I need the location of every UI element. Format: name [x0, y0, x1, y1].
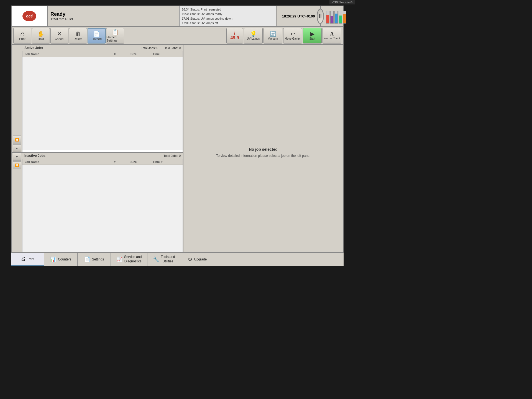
nav-top-btn[interactable]: ⏫: [13, 136, 21, 144]
nav-up-btn[interactable]: ▲: [13, 144, 21, 152]
nav-down-btn[interactable]: ▼: [13, 153, 21, 161]
vacuum-icon: 🔄: [270, 31, 277, 37]
log-entry-2: 17:01 Status: UV lamps cooling down: [182, 16, 274, 21]
inactive-col-scroll: [175, 160, 180, 163]
nozzle-check-icon: A: [330, 31, 334, 36]
taskbar: 🖨 Print 📊 Counters 📄 Settings 📈 Service …: [11, 252, 344, 266]
toolbar-flatbed-settings-btn[interactable]: 📋 Flatbed Settings: [106, 28, 124, 44]
taskbar-tools-utilities[interactable]: 🔧 Tools andUtilities: [147, 253, 181, 266]
nozzle-check-btn[interactable]: A Nozzle Check: [323, 28, 341, 44]
pause-button[interactable]: ⏸: [317, 9, 324, 24]
start-icon: ▶: [310, 31, 314, 37]
toolbar-flatbed-btn[interactable]: 📄 Flatbed: [88, 28, 106, 44]
no-job-desc: To view detailed information please sele…: [216, 154, 310, 158]
vacuum-btn[interactable]: 🔄 Vacuum: [264, 28, 282, 44]
toolbar-print-btn[interactable]: 🖨 Print: [13, 28, 31, 44]
flatbed-label: Flatbed: [91, 37, 102, 40]
inactive-jobs-section: Inactive Jobs Total Jobs: 0 Job Name # S…: [12, 153, 183, 260]
titlebar: VG932m intel®: [329, 0, 355, 4]
taskbar-service-label: Service andDiagnostics: [124, 255, 142, 264]
cancel-label: Cancel: [55, 37, 64, 40]
taskbar-tools-label: Tools andUtilities: [161, 255, 175, 264]
inactive-col-num: #: [114, 160, 131, 163]
move-gantry-label: Move Gantry: [285, 37, 300, 40]
nav-bottom-btn[interactable]: ⏬: [13, 162, 21, 169]
taskbar-upgrade[interactable]: ⚙ Upgrade: [181, 253, 214, 266]
active-jobs-table: Job Name # Size Time: [22, 51, 183, 152]
vacuum-label: Vacuum: [268, 37, 278, 40]
uv-lamps-btn[interactable]: 💡 UV Lamps: [244, 28, 263, 44]
toolbar: 🖨 Print ✋ Hold ✕ Cancel 🗑 Delete 📄 Flatb…: [12, 27, 343, 45]
status-subtitle: 1250 mm Ruler: [50, 17, 176, 21]
active-total-label: Total Jobs: 0: [141, 46, 158, 50]
status-area: Ready 1250 mm Ruler: [48, 6, 180, 26]
toolbar-right: 🌡 49.9 💡 UV Lamps 🔄 Vacuum ↩ Move Gantry…: [226, 28, 341, 44]
model-label: VG932m: [332, 1, 344, 4]
hold-label: Hold: [38, 37, 44, 40]
active-jobs-columns: Job Name # Size Time: [22, 51, 183, 57]
start-btn[interactable]: ▶ Start: [303, 28, 322, 44]
taskbar-tools-icon: 🔧: [153, 256, 159, 262]
move-gantry-btn[interactable]: ↩ Move Gantry: [283, 28, 302, 44]
taskbar-print[interactable]: 🖨 Print: [11, 253, 44, 266]
taskbar-upgrade-label: Upgrade: [194, 257, 207, 261]
left-panel: ⏫ ▲ ▼ ⏬ Active Jobs Total Jobs: 0 Held J…: [12, 45, 183, 260]
sort-icon: ▼: [161, 161, 163, 163]
oce-logo: océ: [22, 11, 36, 21]
inactive-jobs-header: Inactive Jobs Total Jobs: 0: [22, 153, 183, 159]
toolbar-hold-btn[interactable]: ✋ Hold: [32, 28, 50, 44]
nav-buttons: ⏫ ▲ ▼ ⏬: [12, 135, 22, 170]
col-time: Time: [153, 52, 175, 56]
logo-area: océ: [12, 6, 48, 26]
inactive-col-time: Time ▼: [153, 160, 175, 163]
col-num: #: [114, 52, 131, 56]
col-scroll: [175, 52, 180, 56]
col-jobname: Job Name: [25, 52, 114, 56]
flatbed-settings-icon: 📋: [112, 29, 119, 35]
active-jobs-counts: Total Jobs: 0 Held Jobs: 0: [141, 46, 181, 50]
taskbar-print-icon: 🖨: [21, 256, 26, 262]
inactive-col-size: Size: [131, 160, 153, 163]
log-entry-0: 16:34 Status: Print requested: [182, 7, 274, 12]
taskbar-counters[interactable]: 📊 Counters: [44, 253, 78, 266]
main-window: océ Ready 1250 mm Ruler 16:34 Status: Pr…: [11, 6, 344, 260]
temp-icon: 🌡: [233, 31, 237, 35]
taskbar-settings-icon: 📄: [84, 256, 90, 262]
active-jobs-header: Active Jobs Total Jobs: 0 Held Jobs: 0: [22, 45, 183, 51]
log-area: 16:34 Status: Print requested 16:34 Stat…: [180, 6, 277, 26]
temp-value: 49.9: [230, 35, 239, 40]
taskbar-upgrade-icon: ⚙: [188, 256, 192, 262]
right-panel: No job selected To view detailed informa…: [183, 45, 343, 260]
log-entry-3: 17:06 Status: UV lamps off: [182, 21, 274, 25]
uv-lamps-label: UV Lamps: [247, 37, 260, 40]
time-display: 18:26:29 UTC+0100: [282, 14, 315, 18]
taskbar-settings-label: Settings: [92, 257, 104, 261]
status-ready: Ready: [50, 11, 176, 17]
move-gantry-icon: ↩: [290, 31, 295, 37]
flatbed-settings-label: Flatbed Settings: [106, 35, 124, 42]
inactive-jobs-table: Job Name # Size Time ▼: [22, 159, 183, 260]
taskbar-settings[interactable]: 📄 Settings: [78, 253, 111, 266]
inactive-jobs-title: Inactive Jobs: [24, 154, 45, 158]
inactive-total: Total Jobs: 0: [163, 154, 181, 157]
taskbar-counters-label: Counters: [58, 257, 71, 261]
header: océ Ready 1250 mm Ruler 16:34 Status: Pr…: [12, 6, 343, 27]
taskbar-counters-icon: 📊: [50, 256, 56, 262]
intel-logo: intel®: [345, 1, 352, 4]
uv-lamps-icon: 💡: [250, 31, 257, 37]
inactive-jobs-body: [22, 165, 183, 258]
inactive-col-jobname: Job Name: [25, 160, 114, 163]
taskbar-service-diagnostics[interactable]: 📈 Service andDiagnostics: [111, 253, 147, 266]
active-jobs-section: Active Jobs Total Jobs: 0 Held Jobs: 0: [12, 45, 183, 153]
hold-icon: ✋: [37, 31, 44, 37]
toolbar-delete-btn[interactable]: 🗑 Delete: [69, 28, 87, 44]
inactive-jobs-counts: Total Jobs: 0: [163, 154, 181, 157]
taskbar-service-icon: 📈: [116, 256, 122, 262]
taskbar-print-label: Print: [27, 257, 34, 261]
print-label: Print: [19, 37, 25, 40]
ink-bars: [325, 8, 347, 25]
held-jobs-label: Held Jobs: 0: [164, 46, 181, 50]
toolbar-cancel-btn[interactable]: ✕ Cancel: [50, 28, 68, 44]
delete-label: Delete: [74, 37, 83, 40]
inactive-jobs-columns: Job Name # Size Time ▼: [22, 159, 183, 165]
